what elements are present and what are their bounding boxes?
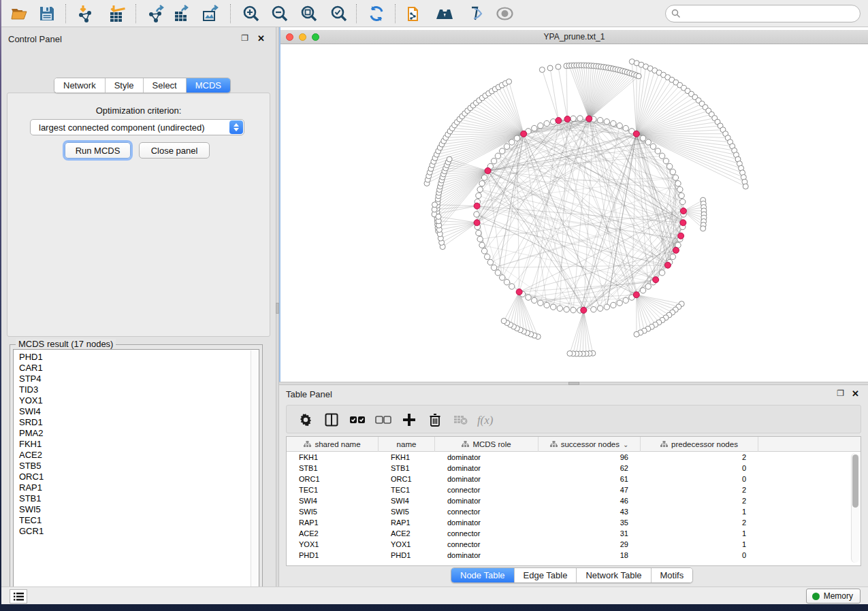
network-node[interactable] xyxy=(659,153,664,159)
network-node[interactable] xyxy=(640,135,645,141)
network-node[interactable] xyxy=(514,135,519,141)
network-node[interactable] xyxy=(500,148,505,154)
float-window-icon[interactable]: ❐ xyxy=(241,33,248,43)
network-node[interactable] xyxy=(679,199,685,204)
mcds-hub-node[interactable] xyxy=(564,116,570,122)
show-all-button[interactable] xyxy=(493,3,516,24)
network-node[interactable] xyxy=(479,180,485,186)
mcds-hub-node[interactable] xyxy=(653,277,659,283)
mcds-list-item[interactable]: RAP1 xyxy=(19,482,259,493)
mcds-list-item[interactable]: CAR1 xyxy=(19,363,259,374)
network-node[interactable] xyxy=(495,270,500,276)
network-from-selection-button[interactable] xyxy=(403,3,426,24)
mcds-hub-node[interactable] xyxy=(516,289,522,295)
mcds-hub-node[interactable] xyxy=(474,220,480,226)
mcds-hub-node[interactable] xyxy=(581,307,587,313)
satellite-node[interactable] xyxy=(567,351,573,357)
column-header-shared-name[interactable]: shared name xyxy=(287,437,379,452)
network-node[interactable] xyxy=(645,284,651,289)
network-node[interactable] xyxy=(645,139,651,145)
export-image-button[interactable] xyxy=(199,3,222,24)
network-node[interactable] xyxy=(491,265,496,270)
network-node[interactable] xyxy=(557,306,562,311)
close-panel-button[interactable]: Close panel xyxy=(139,142,210,159)
network-node[interactable] xyxy=(591,307,596,312)
column-panel-button[interactable] xyxy=(321,409,342,431)
mcds-list-item[interactable]: STB5 xyxy=(19,461,259,472)
mcds-list-item[interactable]: GCR1 xyxy=(19,526,259,537)
mcds-hub-node[interactable] xyxy=(673,247,679,253)
mcds-hub-node[interactable] xyxy=(678,233,684,239)
satellite-node[interactable] xyxy=(743,184,748,189)
mcds-hub-node[interactable] xyxy=(680,208,686,214)
first-neighbors-button[interactable] xyxy=(433,3,456,24)
network-node[interactable] xyxy=(538,123,543,129)
table-row[interactable]: RAP1RAP1dominator352 xyxy=(287,517,861,528)
search-input[interactable] xyxy=(684,9,860,18)
network-node[interactable] xyxy=(617,123,622,129)
network-node[interactable] xyxy=(597,306,602,311)
mcds-hub-node[interactable] xyxy=(633,131,639,137)
column-header-successor-nodes[interactable]: successor nodes⌄ xyxy=(539,437,641,452)
network-node[interactable] xyxy=(544,302,549,308)
select-all-columns-button[interactable] xyxy=(347,409,368,431)
network-node[interactable] xyxy=(487,259,493,265)
task-history-button[interactable] xyxy=(10,589,27,604)
network-node[interactable] xyxy=(509,284,515,289)
network-node[interactable] xyxy=(670,169,675,174)
column-header-name[interactable]: name xyxy=(379,437,435,452)
satellite-node[interactable] xyxy=(547,65,553,71)
network-node[interactable] xyxy=(477,186,483,192)
table-row[interactable]: PHD1PHD1dominator180 xyxy=(287,550,861,561)
table-row[interactable]: TEC1TEC1connector472 xyxy=(287,484,861,495)
apply-layout-button[interactable] xyxy=(365,3,388,24)
table-row[interactable]: YOX1YOX1connector291 xyxy=(287,539,861,550)
mcds-list-item[interactable]: ACE2 xyxy=(19,450,259,461)
network-node[interactable] xyxy=(604,119,609,125)
table-scrollbar[interactable] xyxy=(851,453,859,563)
network-node[interactable] xyxy=(604,304,609,310)
tab-select[interactable]: Select xyxy=(144,78,187,93)
network-node[interactable] xyxy=(675,180,681,186)
zoom-out-button[interactable] xyxy=(268,3,291,24)
network-node[interactable] xyxy=(495,153,500,159)
export-table-button[interactable] xyxy=(170,3,193,24)
network-node[interactable] xyxy=(570,307,576,312)
network-node[interactable] xyxy=(476,193,481,198)
network-graph[interactable] xyxy=(280,44,868,382)
mcds-hub-node[interactable] xyxy=(556,118,562,124)
mcds-list-item[interactable]: PHD1 xyxy=(19,352,259,363)
network-node[interactable] xyxy=(481,248,487,254)
network-node[interactable] xyxy=(532,297,537,303)
satellite-node[interactable] xyxy=(501,318,507,324)
satellite-node[interactable] xyxy=(432,202,438,208)
function-builder-button[interactable]: f(x) xyxy=(476,409,498,431)
satellite-node[interactable] xyxy=(556,64,561,69)
delete-column-button[interactable] xyxy=(424,409,446,431)
zoom-selected-button[interactable] xyxy=(327,3,351,24)
network-node[interactable] xyxy=(504,144,509,149)
tab-network[interactable]: Network xyxy=(54,78,106,93)
mcds-list-scrollbar[interactable] xyxy=(251,350,258,593)
network-node[interactable] xyxy=(655,148,660,154)
network-node[interactable] xyxy=(623,297,628,303)
run-mcds-button[interactable]: Run MCDS xyxy=(65,142,131,159)
table-row[interactable]: FKH1FKH1dominator962 xyxy=(287,452,861,463)
search-field[interactable] xyxy=(665,5,861,22)
satellite-node[interactable] xyxy=(701,226,706,231)
save-button[interactable] xyxy=(35,3,59,24)
network-node[interactable] xyxy=(677,186,683,192)
network-node[interactable] xyxy=(476,230,481,235)
table-row[interactable]: ACE2ACE2connector311 xyxy=(287,528,861,539)
table-row[interactable]: ORC1ORC1dominator610 xyxy=(287,474,861,484)
network-node[interactable] xyxy=(577,116,583,121)
network-node[interactable] xyxy=(663,158,669,163)
mcds-list-item[interactable]: STP4 xyxy=(19,374,259,384)
network-node[interactable] xyxy=(509,139,515,145)
table-row[interactable]: STB1STB1dominator620 xyxy=(287,463,861,474)
mcds-list-item[interactable]: TEC1 xyxy=(19,515,259,526)
network-node[interactable] xyxy=(481,175,487,180)
network-node[interactable] xyxy=(659,270,664,276)
network-node[interactable] xyxy=(504,280,509,285)
network-node[interactable] xyxy=(477,236,483,242)
